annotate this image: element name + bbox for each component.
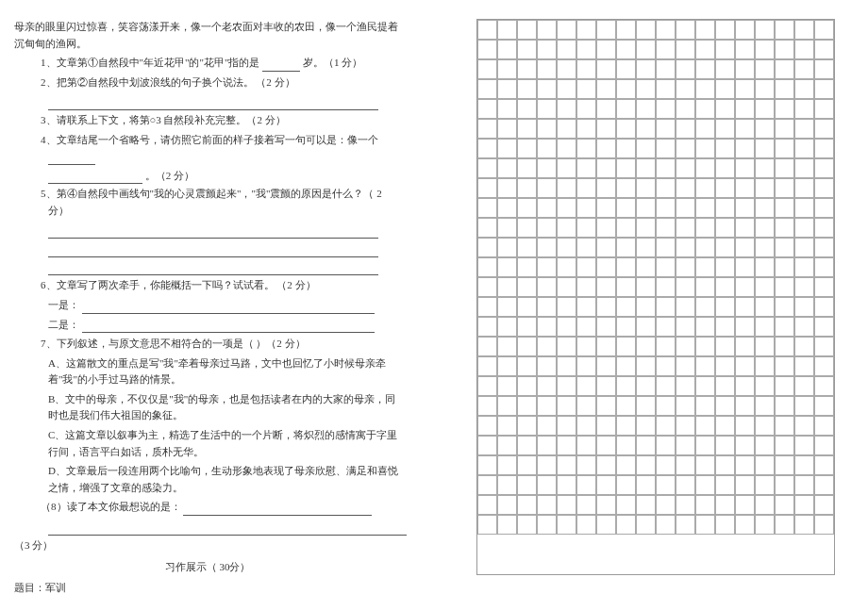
- grid-cell[interactable]: [656, 495, 676, 515]
- grid-cell[interactable]: [537, 198, 557, 218]
- grid-cell[interactable]: [676, 416, 695, 436]
- grid-cell[interactable]: [775, 178, 794, 198]
- grid-cell[interactable]: [517, 178, 537, 198]
- grid-cell[interactable]: [497, 436, 517, 455]
- grid-cell[interactable]: [676, 376, 695, 396]
- grid-cell[interactable]: [775, 59, 794, 79]
- grid-cell[interactable]: [557, 475, 576, 495]
- grid-cell[interactable]: [477, 218, 497, 238]
- grid-cell[interactable]: [676, 238, 695, 257]
- grid-cell[interactable]: [695, 416, 715, 436]
- grid-cell[interactable]: [557, 257, 576, 277]
- grid-cell[interactable]: [755, 139, 775, 158]
- grid-cell[interactable]: [656, 337, 676, 356]
- grid-cell[interactable]: [775, 317, 794, 337]
- grid-cell[interactable]: [576, 475, 596, 495]
- grid-cell[interactable]: [656, 40, 676, 59]
- grid-cell[interactable]: [497, 297, 517, 317]
- grid-cell[interactable]: [656, 218, 676, 238]
- q4-blank1[interactable]: [48, 154, 95, 165]
- grid-cell[interactable]: [616, 139, 636, 158]
- grid-cell[interactable]: [537, 59, 557, 79]
- grid-cell[interactable]: [537, 337, 557, 356]
- grid-cell[interactable]: [497, 139, 517, 158]
- grid-cell[interactable]: [477, 495, 497, 515]
- grid-cell[interactable]: [557, 139, 576, 158]
- grid-cell[interactable]: [814, 376, 834, 396]
- grid-cell[interactable]: [596, 297, 616, 317]
- grid-cell[interactable]: [695, 20, 715, 40]
- grid-cell[interactable]: [596, 356, 616, 376]
- grid-cell[interactable]: [676, 59, 695, 79]
- grid-cell[interactable]: [537, 515, 557, 535]
- grid-cell[interactable]: [656, 455, 676, 475]
- grid-cell[interactable]: [735, 376, 755, 396]
- grid-cell[interactable]: [794, 396, 814, 416]
- grid-cell[interactable]: [755, 396, 775, 416]
- grid-cell[interactable]: [557, 455, 576, 475]
- grid-cell[interactable]: [715, 436, 735, 455]
- grid-cell[interactable]: [557, 376, 576, 396]
- grid-cell[interactable]: [775, 198, 794, 218]
- grid-cell[interactable]: [497, 257, 517, 277]
- grid-cell[interactable]: [576, 59, 596, 79]
- grid-cell[interactable]: [814, 99, 834, 119]
- grid-cell[interactable]: [794, 515, 814, 535]
- grid-cell[interactable]: [794, 297, 814, 317]
- grid-cell[interactable]: [794, 376, 814, 396]
- grid-cell[interactable]: [735, 178, 755, 198]
- grid-cell[interactable]: [676, 198, 695, 218]
- grid-cell[interactable]: [596, 376, 616, 396]
- grid-cell[interactable]: [517, 119, 537, 139]
- grid-cell[interactable]: [497, 396, 517, 416]
- grid-cell[interactable]: [517, 436, 537, 455]
- grid-cell[interactable]: [477, 277, 497, 297]
- grid-cell[interactable]: [596, 475, 616, 495]
- grid-cell[interactable]: [557, 356, 576, 376]
- grid-cell[interactable]: [775, 158, 794, 178]
- grid-cell[interactable]: [557, 396, 576, 416]
- grid-cell[interactable]: [596, 277, 616, 297]
- grid-cell[interactable]: [775, 376, 794, 396]
- grid-cell[interactable]: [676, 495, 695, 515]
- grid-cell[interactable]: [636, 356, 656, 376]
- grid-cell[interactable]: [576, 455, 596, 475]
- grid-cell[interactable]: [814, 218, 834, 238]
- grid-cell[interactable]: [596, 99, 616, 119]
- grid-cell[interactable]: [596, 495, 616, 515]
- grid-cell[interactable]: [477, 436, 497, 455]
- grid-cell[interactable]: [814, 475, 834, 495]
- grid-cell[interactable]: [656, 416, 676, 436]
- grid-cell[interactable]: [735, 515, 755, 535]
- grid-cell[interactable]: [576, 297, 596, 317]
- grid-cell[interactable]: [794, 99, 814, 119]
- grid-cell[interactable]: [676, 20, 695, 40]
- grid-cell[interactable]: [715, 376, 735, 396]
- grid-cell[interactable]: [497, 337, 517, 356]
- grid-cell[interactable]: [755, 416, 775, 436]
- grid-cell[interactable]: [715, 297, 735, 317]
- grid-cell[interactable]: [715, 475, 735, 495]
- grid-cell[interactable]: [636, 416, 656, 436]
- q4-answer[interactable]: 。（2 分）: [14, 168, 401, 185]
- grid-cell[interactable]: [735, 317, 755, 337]
- grid-cell[interactable]: [537, 20, 557, 40]
- grid-cell[interactable]: [477, 257, 497, 277]
- grid-cell[interactable]: [497, 20, 517, 40]
- grid-cell[interactable]: [775, 79, 794, 99]
- grid-cell[interactable]: [596, 218, 616, 238]
- grid-cell[interactable]: [735, 277, 755, 297]
- grid-cell[interactable]: [676, 40, 695, 59]
- grid-cell[interactable]: [537, 178, 557, 198]
- grid-cell[interactable]: [794, 257, 814, 277]
- grid-cell[interactable]: [656, 277, 676, 297]
- grid-cell[interactable]: [636, 515, 656, 535]
- grid-cell[interactable]: [775, 515, 794, 535]
- grid-cell[interactable]: [735, 40, 755, 59]
- grid-cell[interactable]: [755, 218, 775, 238]
- q6-a-blank[interactable]: [82, 303, 375, 314]
- grid-cell[interactable]: [735, 356, 755, 376]
- grid-cell[interactable]: [735, 79, 755, 99]
- grid-cell[interactable]: [794, 178, 814, 198]
- grid-cell[interactable]: [596, 79, 616, 99]
